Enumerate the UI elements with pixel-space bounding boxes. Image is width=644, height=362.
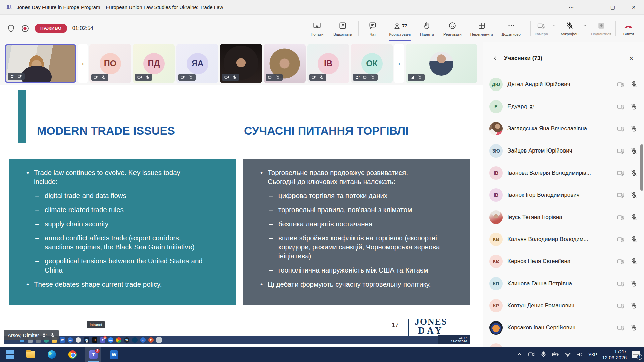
tray-chevron-up-icon[interactable] <box>516 351 523 358</box>
slide-bullet-uk: цифрова торгівля та потоки даних <box>269 191 447 200</box>
toolbar-button-Почати[interactable]: Почати <box>305 15 329 42</box>
toolbar-button-label: Почати <box>311 32 323 36</box>
camera-button[interactable]: Камера <box>533 18 550 39</box>
recording-icon <box>21 24 30 33</box>
toolbar-button-Реагувати[interactable]: Реагувати <box>439 15 466 42</box>
toolbar-button-Підняти[interactable]: Підняти <box>415 15 439 42</box>
filmstrip-scroll-left-button[interactable]: ‹ <box>78 44 88 83</box>
mic-off-icon <box>630 80 638 88</box>
microphone-chevron-icon[interactable] <box>582 22 588 28</box>
window-maximize-button[interactable]: ▢ <box>602 0 623 15</box>
guest-icon: ? <box>355 75 360 80</box>
start-button[interactable] <box>2 347 18 362</box>
participant-row[interactable]: КС <box>483 339 644 347</box>
tray-mic-icon[interactable] <box>540 351 547 358</box>
toolbar-divider <box>615 21 616 36</box>
toolbar-divider <box>530 21 531 36</box>
participant-row[interactable]: Заглядська Яна Вячеславівна <box>483 118 644 140</box>
participant-row[interactable]: ДЮДятел Андрій Юрійович <box>483 73 644 96</box>
back-button[interactable] <box>489 52 502 65</box>
participant-name: Івусь Тетяна Ігорівна <box>507 214 562 221</box>
logo-line2: DAY <box>413 326 449 335</box>
window-minimize-button[interactable]: – <box>582 0 602 15</box>
toolbar-button-Переглянути[interactable]: Переглянути <box>466 15 497 42</box>
toolbar-button-Додатково[interactable]: Додатково <box>497 15 525 42</box>
avatar: ПД <box>143 53 165 74</box>
participant-video-tile[interactable]: ОК? <box>351 44 393 83</box>
mic-off-icon <box>630 169 638 177</box>
window-close-button[interactable]: ✕ <box>623 0 644 15</box>
filmstrip-scroll-right-button[interactable]: › <box>394 44 404 83</box>
slide-accent-bar <box>18 90 26 143</box>
hand-icon <box>423 21 431 30</box>
windows-logo-icon <box>6 350 14 359</box>
word-button[interactable]: W <box>106 347 122 362</box>
window-title: Jones Day Future in Europe Program – Eur… <box>17 4 223 10</box>
close-panel-button[interactable]: ✕ <box>625 52 637 64</box>
participant-row[interactable]: Корсаков Іван Сергійович <box>483 317 644 339</box>
participant-avatar: КР <box>489 299 503 312</box>
participant-video-tile[interactable] <box>220 44 262 83</box>
presenter-name-overlay: Arsov, Dimiter ? <box>4 330 59 340</box>
toolbar-button-Відкріпити[interactable]: Відкріпити <box>329 15 356 42</box>
participant-row[interactable]: ІВІванок Ігор Володимирович <box>483 184 644 206</box>
participant-row[interactable]: ЗЮЗайцев Артем Юрійович <box>483 140 644 162</box>
live-badge: НАЖИВО <box>35 24 67 33</box>
participant-row[interactable]: ЕЕдуард? <box>483 96 644 118</box>
mic-muted-icon <box>565 21 574 30</box>
cam-switch-icon <box>137 75 142 80</box>
participant-name: Іванок Ігор Володимирович <box>507 192 580 198</box>
file-explorer-button[interactable] <box>23 347 39 362</box>
window-more-button[interactable]: ⋯ <box>561 0 582 15</box>
tray-speaker-icon[interactable] <box>576 351 583 358</box>
active-speaker-video-tile[interactable]: ? <box>5 44 76 83</box>
tile-status-badge <box>408 74 425 81</box>
cam-switch-icon <box>363 75 368 80</box>
notification-center-button[interactable]: 1 <box>632 351 640 358</box>
tray-battery-icon[interactable] <box>552 351 559 358</box>
participant-video-tile[interactable]: ІВ <box>307 44 349 83</box>
participant-row[interactable]: КВКальян Володимир Володим... <box>483 228 644 250</box>
video-filmstrip: ?‹ПОПДЯАІВОК?› <box>0 42 483 85</box>
edge-button[interactable] <box>44 347 60 362</box>
taskbar-clock[interactable]: 17:47 12.03.2026 <box>602 348 627 360</box>
camera-chevron-icon[interactable] <box>551 22 557 28</box>
presenter-video-tile[interactable] <box>406 44 477 83</box>
participant-row[interactable]: КЄКерноз Неля Євгеніївна <box>483 250 644 273</box>
participant-row[interactable]: Івусь Тетяна Ігорівна <box>483 206 644 228</box>
mic-off-icon <box>630 257 638 265</box>
participant-status-icons <box>616 324 638 332</box>
tray-camera-icon[interactable] <box>528 351 535 358</box>
mic-off-icon <box>276 75 280 80</box>
participant-video-tile[interactable]: ЯА <box>176 44 218 83</box>
panel-scrollbar[interactable] <box>640 144 643 191</box>
toolbar-buttons: ПочатиВідкріпитиЧат77КористувачіПіднятиР… <box>305 15 525 42</box>
participants-list: ДЮДятел Андрій ЮрійовичЕЕдуард?Заглядськ… <box>483 73 644 347</box>
participant-video-tile[interactable]: ПО <box>89 44 131 83</box>
grid-icon <box>477 21 486 30</box>
cam-switch-icon <box>18 74 22 79</box>
tray-wifi-icon[interactable] <box>564 351 571 358</box>
teams-taskbar-button[interactable]: T 2 <box>85 347 101 362</box>
mic-off-icon <box>232 75 237 80</box>
language-indicator[interactable]: УКР <box>588 352 597 357</box>
microphone-button[interactable]: Мікрофон <box>559 18 580 39</box>
slide-title-en: MODERN TRADE ISSUES <box>37 124 175 137</box>
participant-status-icons <box>616 280 638 288</box>
leave-button[interactable]: Вийти <box>618 18 639 39</box>
shared-screen-clock: 16:47 12/03/2026 <box>438 335 470 344</box>
logo-line1: JONES <box>413 318 449 326</box>
participant-row[interactable]: КПКлинова Ганна Петрівна <box>483 273 644 295</box>
toolbar-button-Користувачі[interactable]: 77Користувачі <box>385 15 415 42</box>
participant-video-tile[interactable] <box>264 44 306 83</box>
share-button[interactable]: Поділитися <box>589 18 613 39</box>
participant-row[interactable]: ІВІванова Валерія Володимирів... <box>483 162 644 184</box>
toolbar-button-label: Переглянути <box>470 32 493 36</box>
chrome-button[interactable] <box>64 347 80 362</box>
participant-video-tile[interactable]: ПД <box>133 44 175 83</box>
tile-status-badge <box>91 74 108 81</box>
toolbar-button-Чат[interactable]: Чат <box>361 15 385 42</box>
slide-bullet-en: digital trade and data flows <box>35 191 214 200</box>
tile-status-badge <box>309 74 326 81</box>
participant-row[interactable]: КРКовтун Денис Романович <box>483 295 644 317</box>
